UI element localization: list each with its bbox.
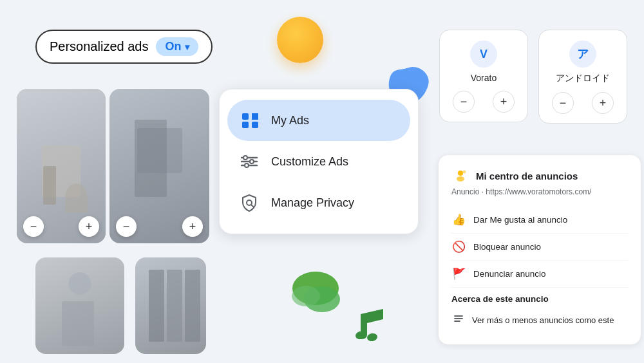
card1-controls: − + bbox=[23, 216, 99, 237]
svg-point-20 bbox=[292, 286, 320, 306]
toggle-label: Personalized ads bbox=[50, 39, 148, 54]
manage-privacy-label: Manage Privacy bbox=[271, 196, 354, 210]
ad-action-block[interactable]: 🚫 Bloquear anuncio bbox=[451, 234, 628, 261]
svg-rect-2 bbox=[242, 122, 249, 128]
personalized-ads-toggle[interactable]: Personalized ads On ▾ bbox=[35, 30, 213, 64]
on-status: On bbox=[165, 40, 181, 53]
image-card-tools: − + bbox=[17, 89, 106, 243]
card2-plus-button[interactable]: + bbox=[182, 216, 203, 237]
my-ads-icon bbox=[238, 109, 261, 132]
vorato-avatar: V bbox=[470, 41, 497, 68]
ad-center-icon bbox=[451, 167, 469, 185]
vorato-controls: − + bbox=[453, 91, 515, 113]
report-label: Denunciar anuncio bbox=[473, 269, 546, 279]
vorato-minus-button[interactable]: − bbox=[453, 91, 475, 113]
ad-center-title: Mi centro de anuncios bbox=[476, 171, 578, 182]
svg-point-14 bbox=[463, 171, 466, 174]
on-badge[interactable]: On ▾ bbox=[156, 37, 198, 56]
vorato-name: Vorato bbox=[453, 73, 515, 83]
android-controls: − + bbox=[552, 92, 614, 114]
svg-rect-3 bbox=[252, 122, 258, 128]
ad-action-like[interactable]: 👍 Dar Me gusta al anuncio bbox=[451, 207, 628, 234]
android-minus-button[interactable]: − bbox=[552, 92, 574, 114]
card2-controls: − + bbox=[116, 216, 203, 237]
ad-center-url: Anuncio · https://www.voratomotors.com/ bbox=[451, 187, 628, 196]
customize-ads-label: Customize Ads bbox=[271, 155, 348, 169]
card2-minus-button[interactable]: − bbox=[116, 216, 137, 237]
card1-minus-button[interactable]: − bbox=[23, 216, 44, 237]
green-blob-decoration bbox=[287, 270, 345, 315]
ad-center-panel: Mi centro de anuncios Anuncio · https://… bbox=[438, 154, 641, 345]
orange-ball-decoration bbox=[277, 17, 323, 63]
svg-point-9 bbox=[245, 163, 249, 167]
ad-center-header: Mi centro de anuncios bbox=[451, 167, 628, 185]
svg-point-7 bbox=[243, 156, 247, 160]
green-note-decoration bbox=[348, 301, 393, 354]
android-vocab-card: ア アンドロイド − + bbox=[538, 30, 627, 124]
vorato-vocab-card: V Vorato − + bbox=[439, 30, 528, 122]
manage-privacy-icon bbox=[238, 191, 261, 214]
photo-person-bg bbox=[35, 257, 124, 354]
android-plus-button[interactable]: + bbox=[592, 92, 614, 114]
report-icon: 🚩 bbox=[451, 267, 466, 281]
sort-icon bbox=[451, 313, 466, 328]
ad-section-title: Acerca de este anuncio bbox=[451, 294, 628, 304]
customize-ads-icon bbox=[238, 150, 261, 173]
svg-line-11 bbox=[251, 205, 254, 207]
image-card-clothes bbox=[135, 257, 206, 354]
svg-point-22 bbox=[366, 333, 378, 342]
like-label: Dar Me gusta al anuncio bbox=[473, 215, 567, 225]
chevron-down-icon: ▾ bbox=[185, 42, 189, 52]
ads-dropdown-menu: My Ads Customize Ads Manage Privacy bbox=[219, 89, 419, 234]
ad-action-report[interactable]: 🚩 Denunciar anuncio bbox=[451, 261, 628, 288]
svg-rect-0 bbox=[242, 113, 249, 120]
photo-clothes-bg bbox=[135, 257, 206, 354]
menu-item-customize-ads[interactable]: Customize Ads bbox=[227, 141, 410, 182]
menu-item-manage-privacy[interactable]: Manage Privacy bbox=[227, 182, 410, 223]
svg-point-12 bbox=[458, 171, 463, 176]
android-avatar: ア bbox=[569, 41, 596, 68]
ad-more-action[interactable]: Ver más o menos anuncios como este bbox=[451, 308, 628, 333]
svg-marker-1 bbox=[252, 113, 258, 120]
card1-plus-button[interactable]: + bbox=[79, 216, 99, 237]
like-icon: 👍 bbox=[451, 213, 466, 227]
android-name: アンドロイド bbox=[552, 73, 614, 84]
image-card-gift: − + bbox=[109, 89, 209, 243]
my-ads-label: My Ads bbox=[271, 114, 309, 127]
block-label: Bloquear anuncio bbox=[473, 242, 541, 252]
svg-point-13 bbox=[457, 176, 464, 182]
svg-point-8 bbox=[250, 160, 254, 163]
block-icon: 🚫 bbox=[451, 240, 466, 254]
menu-item-my-ads[interactable]: My Ads bbox=[227, 100, 410, 141]
image-card-person bbox=[35, 257, 124, 354]
vorato-plus-button[interactable]: + bbox=[493, 91, 515, 113]
more-action-label: Ver más o menos anuncios como este bbox=[472, 315, 614, 325]
